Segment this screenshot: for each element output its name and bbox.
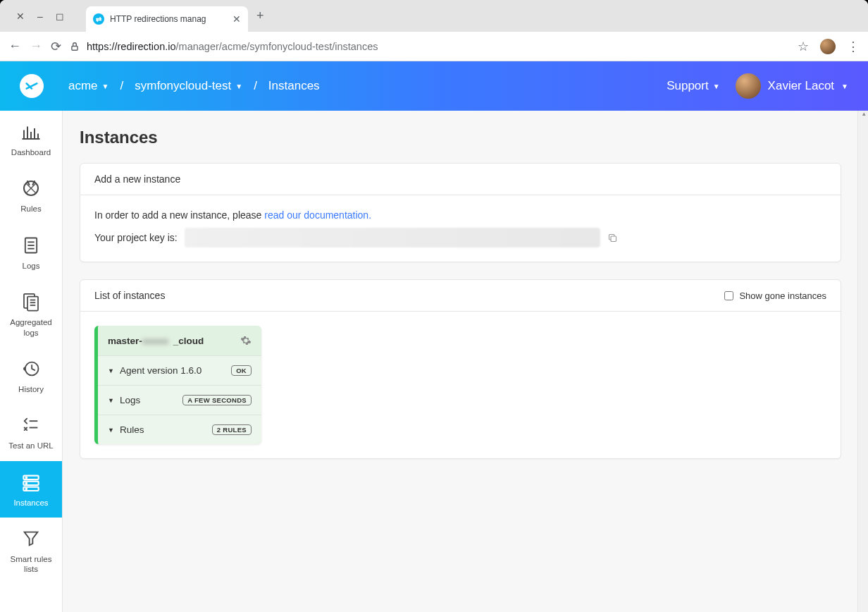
sidebar-item-smart-rules[interactable]: Smart rules lists [0,518,62,585]
url-host: https://redirection.io [87,41,176,52]
sidebar: Dashboard Rules Logs Aggregated logs [0,111,63,612]
tab-close-icon[interactable]: ✕ [232,13,241,25]
documentation-link[interactable]: read our documentation. [264,209,371,221]
instance-title-row: master-xxxxx_cloud [98,326,261,355]
window: ✕ – ◻ ⇄ HTTP redirections manag ✕ + ← → … [0,0,868,612]
browser-menu-icon[interactable]: ⋮ [847,39,860,54]
close-window-icon[interactable]: ✕ [16,11,25,21]
user-avatar-icon [736,73,761,99]
breadcrumb-separator: / [254,79,257,93]
instance-agent-row[interactable]: ▼ Agent version 1.6.0 OK [98,355,261,385]
os-window-controls: ✕ – ◻ [7,11,65,21]
bookmark-star-icon[interactable]: ☆ [798,39,809,54]
instance-card: master-xxxxx_cloud ▼ Agent version 1.6.0 [94,326,261,444]
copy-icon[interactable] [607,233,618,243]
status-badge: 2 RULES [212,424,252,435]
funnel-icon [20,527,42,550]
instances-list-card: List of instances Show gone instances ma… [80,279,841,459]
history-icon [20,357,42,380]
profile-avatar-icon[interactable] [820,39,836,54]
app-header: acme ▼ / symfonycloud-test ▼ / Instances… [0,61,868,111]
app-body: Dashboard Rules Logs Aggregated logs [0,111,868,612]
url-path: /manager/acme/symfonycloud-test/instance… [176,41,378,52]
gear-icon[interactable] [240,335,252,346]
tab-title: HTTP redirections manag [110,14,227,24]
bar-chart-icon [20,121,42,143]
forward-button[interactable]: → [30,39,42,54]
svg-point-25 [26,488,27,489]
project-key-label: Your project key is: [94,232,178,243]
lock-icon [70,42,80,51]
sidebar-item-aggregated-logs[interactable]: Aggregated logs [0,281,62,348]
breadcrumb-page: Instances [268,79,320,93]
page-title: Instances [80,128,851,147]
tab-favicon-icon: ⇄ [93,13,104,25]
main-content: Instances Add a new instance In order to… [63,111,868,612]
minimize-window-icon[interactable]: – [35,11,45,21]
caret-down-icon: ▼ [108,397,114,404]
caret-down-icon: ▼ [841,82,848,90]
svg-point-23 [26,477,27,478]
status-badge: OK [231,365,252,376]
breadcrumb-org[interactable]: acme ▼ [68,79,108,93]
maximize-window-icon[interactable]: ◻ [55,11,65,21]
user-menu[interactable]: Xavier Lacot ▼ [736,73,848,99]
project-key-value [185,228,600,247]
aggregated-logs-icon [20,290,42,313]
sidebar-item-test-url[interactable]: Test an URL [0,404,62,460]
caret-down-icon: ▼ [108,427,114,434]
url-field[interactable]: https://redirection.io/manager/acme/symf… [70,41,789,52]
sidebar-item-logs[interactable]: Logs [0,224,62,281]
rules-icon [20,177,42,200]
show-gone-toggle[interactable]: Show gone instances [724,290,826,301]
caret-down-icon: ▼ [102,82,109,90]
instance-grid: master-xxxxx_cloud ▼ Agent version 1.6.0 [80,312,841,458]
svg-rect-13 [27,297,38,311]
svg-rect-26 [611,236,616,242]
reload-button[interactable]: ⟳ [51,39,61,54]
caret-down-icon: ▼ [235,82,242,90]
breadcrumb-project[interactable]: symfonycloud-test ▼ [135,79,242,93]
svg-point-24 [26,482,27,484]
add-instance-header: Add a new instance [80,164,841,195]
caret-down-icon: ▼ [108,367,114,374]
add-instance-body: In order to add a new instance, please r… [80,195,841,262]
add-instance-card: Add a new instance In order to add a new… [80,163,841,262]
tab-strip: ⇄ HTTP redirections manag ✕ + [86,0,264,32]
instances-list-header: List of instances Show gone instances [80,280,841,312]
sidebar-item-dashboard[interactable]: Dashboard [0,111,62,167]
sidebar-item-rules[interactable]: Rules [0,167,62,224]
logs-icon [20,234,42,257]
support-menu[interactable]: Support ▼ [666,79,719,93]
breadcrumb-separator: / [120,79,123,93]
svg-rect-0 [72,46,78,50]
app-logo-icon[interactable] [20,74,44,98]
test-url-icon [20,414,42,436]
caret-down-icon: ▼ [713,82,720,90]
instance-logs-row[interactable]: ▼ Logs A FEW SECONDS [98,385,261,415]
address-actions: ☆ ⋮ [798,39,860,54]
sidebar-item-history[interactable]: History [0,348,62,404]
back-button[interactable]: ← [8,39,21,54]
project-key-row: Your project key is: [94,228,826,247]
address-bar: ← → ⟳ https://redirection.io/manager/acm… [0,32,868,61]
instance-name: master-xxxxx_cloud [108,336,204,346]
instances-icon [20,471,42,494]
browser-tab[interactable]: ⇄ HTTP redirections manag ✕ [86,6,248,32]
new-tab-button[interactable]: + [256,8,264,23]
show-gone-checkbox[interactable] [724,291,733,300]
sidebar-item-instances[interactable]: Instances [0,461,62,518]
instance-rules-row[interactable]: ▼ Rules 2 RULES [98,415,261,444]
status-badge: A FEW SECONDS [182,395,252,405]
os-titlebar: ✕ – ◻ ⇄ HTTP redirections manag ✕ + [0,0,868,32]
